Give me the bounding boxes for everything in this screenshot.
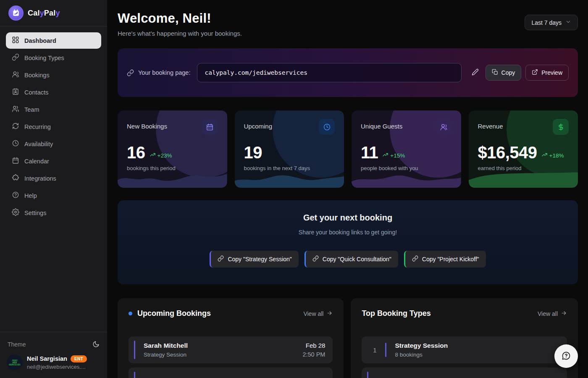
calendar-icon [12,157,19,165]
sidebar-item-bookings[interactable]: Bookings [6,67,101,83]
sidebar-item-label: Recurring [24,123,51,130]
chevron-down-icon [565,19,571,26]
sidebar-item-availability[interactable]: Availability [6,136,101,152]
stat-card-revenue: Revenue $16,549 +18% earned this period [469,110,578,188]
arrow-right-icon [561,310,567,318]
page-subtitle: Here's what's happening with your bookin… [118,30,242,37]
stat-label: Revenue [478,123,503,130]
accent-bar [385,343,386,357]
booking-type-list-item-partial[interactable] [362,368,567,378]
cta-buttons: Copy "Strategy Session" Copy "Quick Cons… [118,251,578,268]
sidebar-item-booking-types[interactable]: Booking Types [6,50,101,66]
stat-card-upcoming: Upcoming 19 bookings in the next 7 days [235,110,344,188]
user-email: neil@jediwebservices.... [27,364,87,370]
copy-url-button[interactable]: Copy [486,65,522,81]
chat-question-icon [561,351,571,362]
link-icon [218,255,224,263]
top-booking-types-title: Top Booking Types [362,309,430,318]
copy-quick-consultation-button[interactable]: Copy "Quick Consultation" [304,251,398,268]
booking-time: 2:50 PM [302,351,325,358]
user-meta: Neil Sargisian ENT neil@jediwebservices.… [27,355,87,370]
stat-value: $16,549 [478,144,537,161]
booking-type-count: 8 bookings [395,352,448,358]
calendar-icon [202,119,218,135]
copy-icon [492,69,498,76]
sidebar-item-label: Team [24,106,39,113]
user-profile[interactable]: JEDI WEB SERVICES Neil Sargisian ENT nei… [7,354,100,370]
sidebar-item-label: Help [24,192,37,199]
booking-list-item-partial[interactable] [129,368,333,378]
date-range-value: Last 7 days [531,19,562,26]
stat-label: New Bookings [127,123,167,130]
external-link-icon [532,69,538,76]
view-all-label: View all [303,310,323,317]
cta-title: Get your next booking [118,213,578,223]
main-content: Welcome, Neil! Here's what's happening w… [107,0,588,378]
rank-number: 1 [369,346,380,354]
sidebar-item-calendar[interactable]: Calendar [6,153,101,169]
stat-label: Upcoming [244,123,273,130]
calypaly-logo-icon [8,5,24,21]
view-all-types-link[interactable]: View all [538,310,567,318]
pulse-dot [129,312,132,315]
help-chat-button[interactable] [554,344,578,368]
sidebar-item-contacts[interactable]: Contacts [6,84,101,100]
gear-icon [12,208,19,217]
app-root: CalyPaly Dashboard Booking Types Booking… [0,0,588,378]
booking-type-name: Strategy Session [395,342,448,349]
sidebar-nav: Dashboard Booking Types Bookings Contact… [0,26,107,332]
copy-strategy-session-button[interactable]: Copy "Strategy Session" [210,251,298,268]
users-icon [436,119,452,135]
booking-type-list-item[interactable]: 1 Strategy Session 8 bookings [362,336,567,363]
contact-card-icon [12,88,19,97]
avatar-text: SERVICES [9,364,21,366]
cta-button-label: Copy "Quick Consultation" [323,256,391,262]
sidebar-item-label: Settings [24,210,46,216]
view-all-bookings-link[interactable]: View all [303,310,333,318]
cta-subtitle: Share your booking links to get going! [118,229,578,236]
stat-delta: +15% [382,152,405,161]
accent-bar [367,372,368,378]
booking-list-item[interactable]: Sarah Mitchell Strategy Session Feb 28 2… [129,336,333,363]
booking-url-input[interactable] [197,63,461,82]
accent-bar [134,372,135,378]
link-icon [312,255,319,263]
booking-link-banner: Your booking page: Copy Preview [118,48,578,97]
sidebar-item-label: Availability [24,141,53,147]
sidebar-item-team[interactable]: Team [6,101,101,118]
sidebar-item-dashboard[interactable]: Dashboard [6,32,101,49]
puzzle-icon [12,174,19,183]
preview-button-label: Preview [541,69,562,76]
cta-button-label: Copy "Strategy Session" [228,256,291,262]
booking-type: Strategy Session [144,352,188,358]
bottom-panels: Upcoming Bookings View all Sarah Mitchel… [118,298,578,378]
clock-icon [319,119,335,135]
edit-url-button[interactable] [468,65,482,80]
sidebar-item-settings[interactable]: Settings [6,205,101,221]
link-icon [127,69,134,76]
sidebar-item-help[interactable]: Help [6,187,101,204]
stat-value: 19 [244,144,262,161]
accent-bar [134,341,135,359]
pencil-icon [472,68,479,77]
sidebar-footer: Theme JEDI WEB SERVICES Neil Sargisian E… [0,332,107,378]
sidebar-item-recurring[interactable]: Recurring [6,118,101,135]
copy-project-kickoff-button[interactable]: Copy "Project Kickoff" [404,251,486,268]
brand-name: CalyPaly [28,9,60,18]
upcoming-bookings-panel: Upcoming Bookings View all Sarah Mitchel… [118,298,344,378]
sidebar-item-integrations[interactable]: Integrations [6,170,101,186]
sidebar-item-label: Booking Types [24,55,64,61]
stat-delta: +23% [150,152,172,161]
date-range-dropdown[interactable]: Last 7 days [525,15,578,30]
trending-up-icon [382,152,388,159]
brand-logo: CalyPaly [0,0,107,26]
page-header: Welcome, Neil! Here's what's happening w… [118,11,578,37]
booking-guest-name: Sarah Mitchell [144,342,188,349]
stat-value: 11 [361,144,378,161]
sidebar-item-label: Contacts [24,89,48,96]
theme-toggle-moon-icon[interactable] [92,341,100,348]
dashboard-grid-icon [12,36,19,45]
preview-button[interactable]: Preview [525,65,569,81]
sidebar-item-label: Bookings [24,72,50,79]
cta-card: Get your next booking Share your booking… [118,200,578,284]
